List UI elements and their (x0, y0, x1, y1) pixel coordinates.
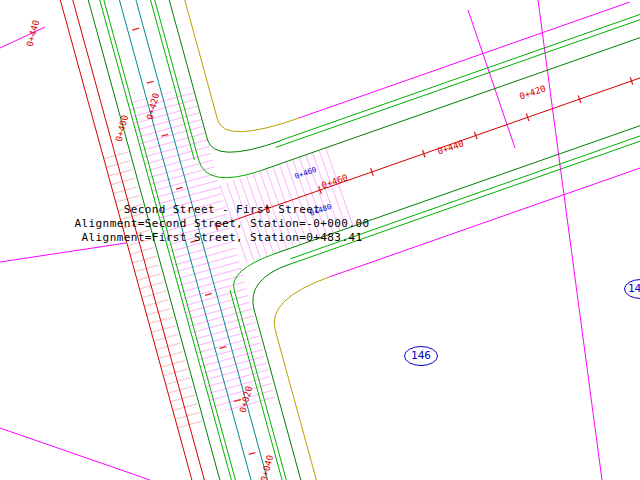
parcel-line (538, 0, 602, 480)
row-return-arc (274, 277, 330, 330)
parcel-number-clipped: 14 (628, 283, 640, 295)
curb-line (280, 13, 640, 141)
alignment-station-second-street: Alignment=Second Street, Station=-0+000.… (55, 217, 389, 231)
curb-return-arc (253, 264, 290, 310)
intersection-annotation-title: Second Street - First Street (55, 203, 389, 217)
row-line-yellow (275, 330, 317, 480)
corridor-hatching (102, 86, 358, 432)
parcel-line (468, 10, 515, 148)
cad-drawing-viewport[interactable]: Second Street - First Street Alignment=S… (0, 0, 640, 480)
intersection-annotation: Second Street - First Street Alignment=S… (55, 203, 389, 245)
parcel-line (0, 428, 150, 480)
parcel-line (0, 243, 126, 262)
row-return-arc (218, 118, 300, 132)
curb-line (276, 18, 640, 148)
curb-return-arc (208, 140, 280, 152)
alignment-station-first-street: Alignment=First Street, Station=0+483.41 (55, 231, 389, 245)
parcel-number-146: 146 (401, 350, 441, 362)
